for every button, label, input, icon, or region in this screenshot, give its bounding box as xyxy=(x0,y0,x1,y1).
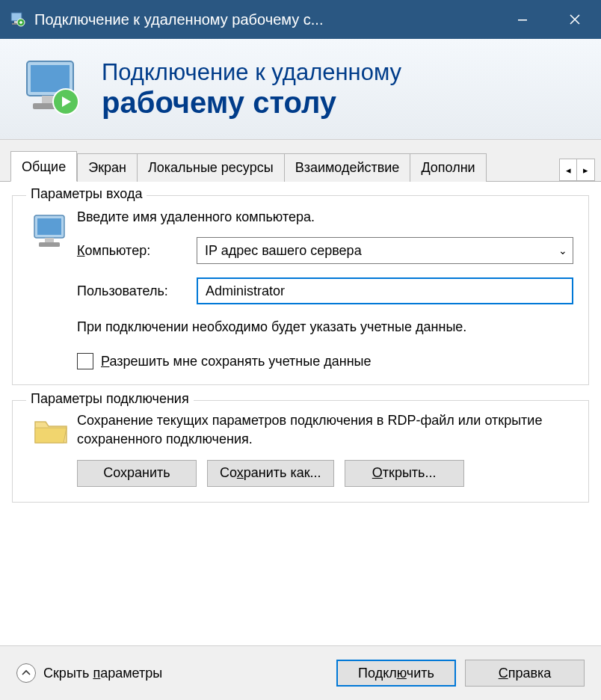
tab-bar: Общие Экран Локальные ресурсы Взаимодейс… xyxy=(0,140,601,182)
connection-text: Сохранение текущих параметров подключени… xyxy=(77,411,573,449)
minimize-button[interactable] xyxy=(496,0,549,39)
svg-rect-6 xyxy=(31,65,70,92)
credentials-note: При подключении необходимо будет указать… xyxy=(77,318,573,337)
tab-experience[interactable]: Взаимодействие xyxy=(285,153,411,182)
window-controls xyxy=(496,0,601,39)
window-title: Подключение к удаленному рабочему с... xyxy=(34,11,496,28)
content: Общие Экран Локальные ресурсы Взаимодейс… xyxy=(0,140,601,645)
open-button[interactable]: Открыть... xyxy=(345,460,464,487)
tab-scroll-right[interactable]: ▸ xyxy=(577,159,595,181)
remember-label[interactable]: Разрешить мне сохранять учетные данные xyxy=(101,354,372,369)
computer-value: IP адрес вашего сервера xyxy=(197,243,553,259)
computer-label: Компьютер: xyxy=(77,243,197,259)
tab-local-resources[interactable]: Локальные ресурсы xyxy=(138,153,285,182)
save-button[interactable]: Сохранить xyxy=(77,460,197,487)
tab-general[interactable]: Общие xyxy=(10,151,77,182)
tab-scroll-left[interactable]: ◂ xyxy=(559,159,577,181)
connection-group: Параметры подключения Сохранение текущих… xyxy=(12,400,589,502)
window-root: Подключение к удаленному рабочему с... П… xyxy=(0,0,601,700)
app-icon xyxy=(9,10,27,28)
banner-line2: рабочему столу xyxy=(102,86,401,119)
folder-icon xyxy=(25,411,77,486)
svg-rect-4 xyxy=(518,19,527,21)
banner: Подключение к удаленному рабочему столу xyxy=(0,39,601,140)
user-input[interactable] xyxy=(197,277,573,304)
login-instruction: Введите имя удаленного компьютера. xyxy=(77,209,573,225)
login-group: Параметры входа Введите имя удаленного к… xyxy=(12,195,589,385)
tab-panel-general: Параметры входа Введите имя удаленного к… xyxy=(0,182,601,525)
help-button[interactable]: Справка xyxy=(465,660,585,687)
tab-advanced[interactable]: Дополни xyxy=(410,153,486,182)
titlebar: Подключение к удаленному рабочему с... xyxy=(0,0,601,39)
connect-button[interactable]: Подключить xyxy=(336,660,456,687)
tab-scroll: ◂ ▸ xyxy=(559,159,595,181)
remember-checkbox[interactable] xyxy=(77,353,93,369)
tab-display[interactable]: Экран xyxy=(77,153,138,182)
banner-text: Подключение к удаленному рабочему столу xyxy=(102,59,401,119)
save-as-button[interactable]: Сохранить как... xyxy=(207,460,334,487)
svg-rect-11 xyxy=(37,218,61,235)
chevron-down-icon[interactable]: ⌄ xyxy=(553,238,573,263)
login-legend: Параметры входа xyxy=(26,186,147,202)
rdp-icon xyxy=(19,55,87,123)
hide-options-label[interactable]: Скрыть параметры xyxy=(43,666,162,681)
svg-rect-12 xyxy=(45,238,54,242)
hide-options-toggle[interactable] xyxy=(16,663,36,683)
banner-line1: Подключение к удаленному xyxy=(102,59,401,86)
svg-rect-13 xyxy=(39,242,60,247)
user-label: Пользователь: xyxy=(77,283,197,299)
computer-icon xyxy=(25,206,77,369)
bottom-bar: Скрыть параметры Подключить Справка xyxy=(0,645,601,700)
close-button[interactable] xyxy=(549,0,601,39)
computer-input[interactable]: IP адрес вашего сервера ⌄ xyxy=(197,237,573,264)
connection-legend: Параметры подключения xyxy=(26,391,194,407)
